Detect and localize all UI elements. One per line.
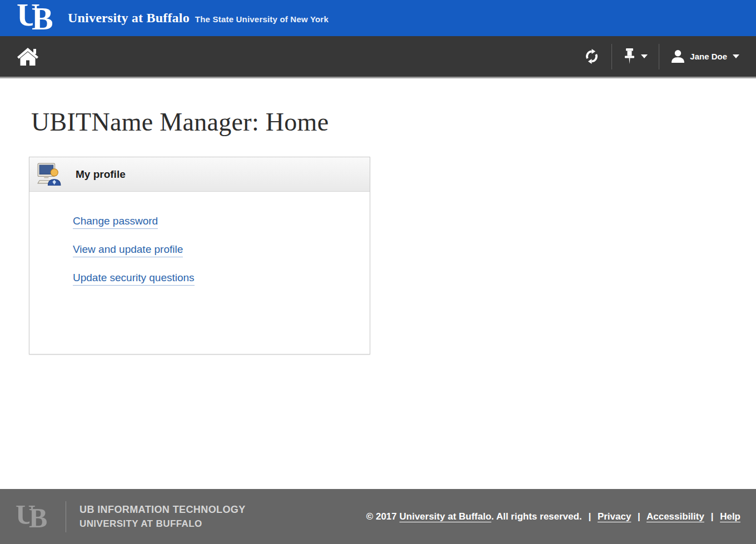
toolbar-divider bbox=[659, 44, 659, 69]
footer-org-line1: UB INFORMATION TECHNOLOGY bbox=[79, 504, 246, 516]
footer-left: UB UB INFORMATION TECHNOLOGY UNIVERSITY … bbox=[16, 501, 246, 532]
footer-help-link[interactable]: Help bbox=[720, 511, 740, 522]
refresh-icon bbox=[583, 48, 600, 65]
my-profile-panel-header: My profile bbox=[29, 157, 370, 192]
user-menu-button[interactable]: Jane Doe bbox=[670, 46, 739, 67]
main-content: UBITName Manager: Home My profile Change… bbox=[0, 78, 756, 489]
home-button[interactable] bbox=[17, 44, 39, 69]
footer: UB UB INFORMATION TECHNOLOGY UNIVERSITY … bbox=[0, 489, 756, 544]
my-profile-panel: My profile Change password View and upda… bbox=[29, 157, 370, 355]
page-title: UBITName Manager: Home bbox=[31, 107, 756, 137]
refresh-button[interactable] bbox=[583, 44, 600, 68]
footer-university-link[interactable]: University at Buffalo bbox=[400, 511, 491, 522]
university-wordmark: University at Buffalo bbox=[68, 11, 190, 26]
rights-text: . All rights reserved. bbox=[491, 511, 582, 522]
caret-down-icon bbox=[641, 54, 648, 58]
home-icon bbox=[17, 47, 39, 66]
change-password-link[interactable]: Change password bbox=[73, 215, 158, 229]
ub-footer-logo: UB bbox=[16, 502, 56, 531]
footer-separator: | bbox=[711, 511, 714, 522]
user-name-label: Jane Doe bbox=[690, 52, 727, 61]
toolbar: Jane Doe bbox=[0, 36, 756, 78]
update-security-questions-link[interactable]: Update security questions bbox=[73, 272, 195, 286]
monitor-user-icon bbox=[37, 163, 62, 186]
footer-org-block: UB INFORMATION TECHNOLOGY UNIVERSITY AT … bbox=[79, 504, 246, 530]
ub-logo: UB bbox=[17, 2, 61, 34]
footer-org-line2: UNIVERSITY AT BUFFALO bbox=[79, 518, 246, 530]
caret-down-icon bbox=[733, 54, 739, 58]
footer-separator: | bbox=[638, 511, 640, 522]
footer-separator: | bbox=[588, 511, 591, 522]
brand-text: University at Buffalo The State Universi… bbox=[68, 11, 329, 26]
footer-accessibility-link[interactable]: Accessibility bbox=[646, 511, 704, 522]
university-tagline: The State University of New York bbox=[195, 14, 329, 24]
pushpin-icon bbox=[623, 48, 636, 65]
toolbar-right-group: Jane Doe bbox=[583, 36, 739, 77]
footer-logo-divider bbox=[66, 501, 66, 532]
view-and-update-profile-link[interactable]: View and update profile bbox=[73, 243, 183, 257]
pin-menu-button[interactable] bbox=[623, 44, 648, 68]
brand-header: UB University at Buffalo The State Unive… bbox=[0, 0, 756, 36]
copyright-prefix: © 2017 bbox=[366, 511, 397, 522]
my-profile-panel-body: Change password View and update profile … bbox=[29, 192, 370, 286]
toolbar-divider bbox=[611, 44, 612, 69]
panel-title: My profile bbox=[76, 168, 126, 181]
user-icon bbox=[670, 49, 685, 64]
footer-privacy-link[interactable]: Privacy bbox=[598, 511, 631, 522]
footer-copyright: © 2017 University at Buffalo. All rights… bbox=[366, 511, 740, 522]
